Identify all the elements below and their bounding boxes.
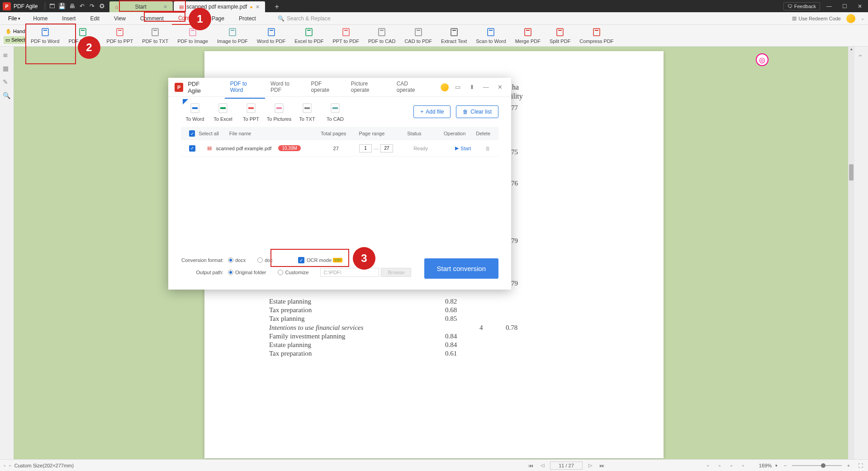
page-number[interactable]: 11 / 27 bbox=[550, 461, 583, 470]
chevron-down-icon[interactable]: ▾ bbox=[775, 463, 778, 468]
star-icon[interactable]: ✪ bbox=[97, 3, 107, 10]
chevron-down-icon[interactable]: ⌄ bbox=[861, 16, 864, 21]
ribbon-merge-pdf[interactable]: Merge PDF bbox=[511, 26, 545, 45]
file-menu[interactable]: File ▾ bbox=[4, 14, 25, 24]
undo-icon[interactable]: ↶ bbox=[77, 3, 87, 10]
zoom-percent[interactable]: 169% bbox=[759, 463, 772, 468]
row-checkbox[interactable]: ✓ bbox=[189, 145, 195, 152]
view-single-icon[interactable]: ▫ bbox=[704, 463, 712, 468]
ribbon-scan-to-word[interactable]: Scan to Word bbox=[471, 26, 510, 45]
ribbon-excel-to-pdf[interactable]: Excel to PDF bbox=[290, 26, 328, 45]
close-icon[interactable]: ✕ bbox=[256, 4, 260, 10]
first-page-button[interactable]: ⏮ bbox=[526, 463, 535, 468]
feedback-button[interactable]: 🗨 Feedback bbox=[783, 2, 820, 10]
view-continuous-icon[interactable]: ▫ bbox=[716, 463, 724, 468]
radio-docx[interactable]: docx bbox=[228, 257, 246, 263]
path-input[interactable]: C:\PDF\ bbox=[320, 268, 379, 277]
user-avatar[interactable] bbox=[846, 14, 855, 23]
search-panel-icon[interactable]: 🔍 bbox=[3, 92, 11, 100]
opt-to-word[interactable]: To Word bbox=[181, 102, 209, 122]
dialog-tab-cad-operate[interactable]: CAD operate bbox=[391, 76, 432, 99]
save-as-icon[interactable]: 💾 bbox=[57, 3, 67, 10]
browse-button[interactable]: Browse bbox=[381, 268, 411, 277]
comments-icon[interactable]: ✎ bbox=[3, 78, 11, 86]
svg-rect-2 bbox=[80, 29, 86, 36]
ribbon-image-to-pdf[interactable]: Image to PDF bbox=[213, 26, 252, 45]
close-window-button[interactable]: ✕ bbox=[854, 3, 866, 10]
menu-insert[interactable]: Insert bbox=[56, 13, 82, 24]
minimize-button[interactable]: — bbox=[823, 3, 835, 10]
zoom-slider[interactable] bbox=[792, 465, 842, 466]
page-to-input[interactable] bbox=[380, 144, 393, 152]
annotation-rect-3 bbox=[270, 249, 349, 267]
dialog-tab-pdf-to-word[interactable]: PDF to Word bbox=[225, 76, 265, 99]
ribbon-pdf-to-cad[interactable]: PDF to CAD bbox=[364, 26, 400, 45]
scroll-up-icon[interactable]: ▴ bbox=[848, 47, 854, 53]
zoom-in-button[interactable]: + bbox=[844, 463, 853, 468]
menu-view[interactable]: View bbox=[108, 13, 132, 24]
radio-original-folder[interactable]: Original folder bbox=[228, 270, 266, 275]
opt-to-txt[interactable]: To TXT bbox=[293, 102, 321, 122]
ribbon-word-to-pdf[interactable]: Word to PDF bbox=[252, 26, 290, 45]
dialog-tab-pdf-operate[interactable]: PDF operate bbox=[305, 76, 345, 99]
chat-icon[interactable]: ▭ bbox=[453, 84, 463, 90]
row-delete-button[interactable]: 🗑 bbox=[485, 146, 490, 151]
print-icon[interactable]: 🖶 bbox=[67, 3, 77, 10]
save-icon[interactable]: 🗔 bbox=[47, 3, 57, 10]
document-text: ha bbox=[512, 83, 519, 91]
redo-icon[interactable]: ↷ bbox=[87, 3, 97, 10]
opt-to-pictures[interactable]: To Pictures bbox=[265, 102, 293, 122]
new-tab-button[interactable]: + bbox=[266, 1, 288, 12]
opt-to-excel[interactable]: To Excel bbox=[209, 102, 237, 122]
ribbon-compress-pdf[interactable]: Compress PDF bbox=[575, 26, 618, 45]
ribbon-pdf-to-image[interactable]: PDF to Image bbox=[173, 26, 213, 45]
zoom-out-button[interactable]: − bbox=[781, 463, 789, 468]
properties-icon[interactable]: ⫠ bbox=[857, 51, 865, 59]
view-cont-facing-icon[interactable]: ▫ bbox=[739, 463, 747, 468]
minimize-dialog-icon[interactable]: — bbox=[481, 84, 491, 90]
ribbon-ppt-to-pdf[interactable]: PPT to PDF bbox=[328, 26, 363, 45]
ribbon-split-pdf[interactable]: Split PDF bbox=[545, 26, 575, 45]
header-selectall[interactable]: Select all bbox=[199, 131, 229, 136]
select-all-checkbox[interactable]: ✓ bbox=[189, 130, 195, 137]
tab-document[interactable]: ▤ scanned pdf example.pdf ● ✕ bbox=[174, 1, 265, 12]
close-dialog-icon[interactable]: ✕ bbox=[495, 84, 505, 90]
scrollbar-track[interactable]: ▴ bbox=[848, 47, 854, 459]
radio-customize[interactable]: Customize bbox=[278, 270, 308, 275]
menu-protect[interactable]: Protect bbox=[232, 13, 262, 24]
page-from-input[interactable] bbox=[359, 144, 372, 152]
menu-edit[interactable]: Edit bbox=[84, 13, 106, 24]
ribbon-cad-to-pdf[interactable]: CAD to PDF bbox=[400, 26, 436, 45]
hand-tool[interactable]: ✋Hand bbox=[4, 28, 26, 35]
opt-to-ppt[interactable]: To PPT bbox=[237, 102, 265, 122]
thumbnails-icon[interactable]: ▦ bbox=[3, 65, 11, 73]
search-replace[interactable]: 🔍 Search & Replace bbox=[278, 15, 331, 22]
start-conversion-button[interactable]: Start conversion bbox=[424, 258, 498, 279]
pin-icon[interactable]: ⬍ bbox=[467, 84, 477, 90]
dialog-tab-word-to-pdf[interactable]: Word to PDF bbox=[265, 76, 305, 99]
fullscreen-icon[interactable]: ⛶ bbox=[856, 463, 864, 468]
menu-home[interactable]: Home bbox=[27, 13, 54, 24]
dialog-tab-picture-operate[interactable]: Picture operate bbox=[346, 76, 391, 99]
file-type-icon bbox=[188, 102, 202, 114]
page-mode-icon[interactable]: ▫ bbox=[4, 463, 5, 468]
page-mode2-icon[interactable]: ▫ bbox=[9, 463, 11, 468]
opt-to-cad[interactable]: To CAD bbox=[321, 102, 349, 122]
maximize-button[interactable]: ☐ bbox=[838, 3, 851, 10]
add-file-button[interactable]: +Add file bbox=[413, 105, 451, 118]
view-facing-icon[interactable]: ▫ bbox=[727, 463, 735, 468]
ribbon-extract-text[interactable]: Extract Text bbox=[436, 26, 471, 45]
prev-page-button[interactable]: ◁ bbox=[538, 462, 546, 468]
next-page-button[interactable]: ▷ bbox=[586, 462, 594, 468]
row-start-button[interactable]: ▶Start bbox=[441, 145, 485, 151]
redeem-code-button[interactable]: ▥ Use Redeem Code bbox=[792, 15, 841, 21]
scrollbar-thumb[interactable] bbox=[849, 164, 854, 181]
outline-icon[interactable]: ≣ bbox=[3, 51, 11, 59]
ribbon-pdf-to-txt[interactable]: PDF to TXT bbox=[138, 26, 173, 45]
ribbon-pdf-to-ppt[interactable]: PDF to PPT bbox=[102, 26, 138, 45]
last-page-button[interactable]: ⏭ bbox=[598, 463, 606, 468]
vip-badge-icon[interactable] bbox=[441, 83, 448, 91]
select-tool[interactable]: ▭Select bbox=[4, 36, 26, 44]
floating-action-button[interactable]: ◎ bbox=[756, 53, 768, 66]
clear-list-button[interactable]: 🗑Clear list bbox=[456, 105, 498, 118]
